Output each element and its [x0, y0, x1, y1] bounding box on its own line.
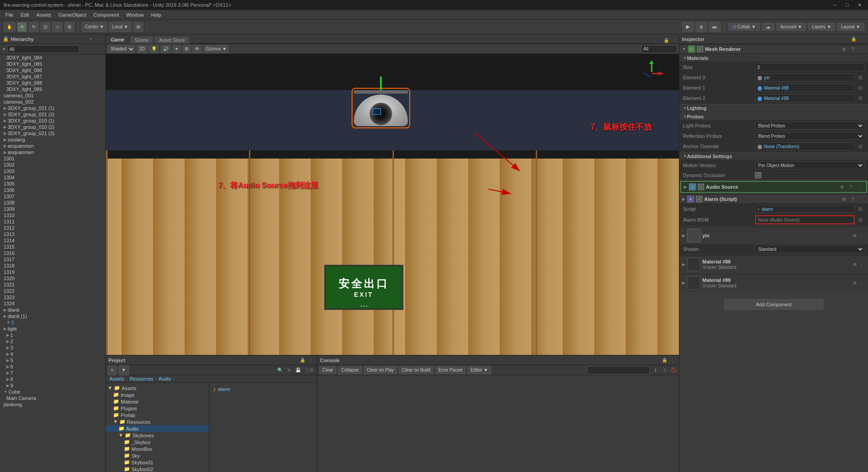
mesh-renderer-help-icon[interactable]: ? [849, 45, 856, 53]
menu-component[interactable]: Component [90, 11, 122, 18]
alarm-bgm-field[interactable]: None (Audio Source) [755, 215, 854, 224]
lighting-toggle[interactable]: 💡 [149, 45, 159, 53]
project-refresh-btn[interactable]: ↻ [285, 367, 293, 374]
tab-asset-store[interactable]: Asset Store [154, 36, 190, 44]
additional-settings-header[interactable]: ▼ Additional Settings [679, 153, 868, 160]
list-item[interactable]: 1303 [0, 168, 105, 174]
mesh-renderer-expand-icon[interactable]: ▼ [682, 47, 686, 51]
inspector-menu-btn[interactable]: ⋮ [858, 36, 865, 43]
list-item[interactable]: ▶dianti [0, 307, 105, 313]
hierarchy-search-input[interactable] [7, 45, 79, 53]
list-item[interactable]: ▶anquanmen [0, 149, 105, 155]
alarm-script-header[interactable]: ▶ # ✓ Alarm (Script) ⚙ ? ⋮ [679, 194, 868, 204]
console-clear-btn[interactable]: Clear [319, 366, 336, 374]
close-btn[interactable]: ✕ [855, 2, 864, 8]
list-item[interactable]: 1305 [0, 181, 105, 187]
list-item[interactable]: 1306 [0, 187, 105, 193]
yin-context-icon[interactable]: ⋮ [858, 232, 865, 239]
audio-source-header[interactable]: ▶ ♪ ✓ Audio Source ⚙ ? ⋮ [681, 182, 866, 192]
alarm-script-context-icon[interactable]: ⋮ [858, 195, 865, 203]
scene-viewport[interactable]: 安全出口 EXIT [106, 54, 679, 355]
tree-prefab[interactable]: 📁 Prefab [106, 412, 209, 418]
console-error-pause-btn[interactable]: Error Pause [435, 366, 466, 374]
hierarchy-dropdown-arrow[interactable]: ▼ [2, 47, 6, 52]
tab-scene[interactable]: Scene [130, 36, 154, 44]
console-clear-build-btn[interactable]: Clear on Build [399, 366, 434, 374]
audio-source-context-icon[interactable]: ⋮ [856, 183, 863, 191]
tree-skybox[interactable]: 📁 _Skybox [106, 439, 209, 445]
list-item[interactable]: 1308 [0, 200, 105, 206]
console-search-input[interactable] [587, 366, 650, 374]
element2-ref[interactable]: ⬤ Material #89 [755, 94, 854, 102]
project-add-folder-btn[interactable]: ▼ [118, 365, 129, 375]
lighting-foldout-header[interactable]: ▼ Lighting [679, 104, 868, 112]
probes-expand-icon[interactable]: ▼ [683, 114, 687, 119]
tree-moonbox[interactable]: 📁 MoonBox [106, 445, 209, 452]
materials-foldout-header[interactable]: ▼ Materials [679, 54, 868, 62]
hidden-objects-toggle[interactable]: 👁 [193, 45, 202, 53]
alarm-script-select-btn[interactable]: ⊙ [856, 205, 864, 213]
list-item[interactable]: ▶6 [0, 363, 105, 370]
list-item[interactable]: 3DXY_light_085 [0, 61, 105, 67]
tree-skyboxes[interactable]: ▼ 📁 Skyboxes [106, 432, 209, 439]
yin-shader-select[interactable]: Standard [755, 245, 864, 253]
additional-settings-expand-icon[interactable]: ▼ [683, 154, 687, 159]
element2-select-btn[interactable]: ⊙ [856, 94, 864, 102]
project-menu-btn[interactable]: ⋮ [307, 357, 314, 364]
list-item[interactable]: 1321 [0, 281, 105, 288]
breadcrumb-audio[interactable]: Audio [158, 376, 171, 381]
audio-source-expand-icon[interactable]: ▶ [684, 185, 687, 189]
list-item[interactable]: ▶5 [0, 357, 105, 363]
material88-settings-icon[interactable]: ⚙ [851, 261, 858, 268]
list-item[interactable]: 1319 [0, 269, 105, 275]
list-item[interactable]: cameras_001 [0, 92, 105, 99]
list-item[interactable]: ▶3DXY_group_010 (2) [0, 124, 105, 130]
material88-expand-icon[interactable]: ▶ [682, 262, 685, 267]
window-controls[interactable]: ─ □ ✕ [831, 2, 864, 8]
list-item[interactable]: ▶4 [0, 351, 105, 357]
2d-toggle[interactable]: 2D [137, 45, 147, 53]
reflection-probes-select[interactable]: Blend Probes [755, 132, 864, 140]
project-save-btn[interactable]: 💾 [294, 367, 302, 374]
list-item[interactable]: ▶anquanmen [0, 143, 105, 149]
light-probes-select[interactable]: Blend Probes [755, 122, 864, 130]
list-item[interactable]: ▶2 [0, 338, 105, 345]
size-input[interactable] [755, 63, 864, 71]
tool-scale[interactable]: ⊡ [41, 22, 50, 32]
list-item[interactable]: 1309 [0, 206, 105, 212]
hierarchy-add-btn[interactable]: + [87, 36, 95, 43]
tool-custom[interactable]: ⊞ [64, 22, 74, 32]
anchor-select-btn[interactable]: ⊙ [856, 142, 864, 150]
list-item[interactable]: 1302 [0, 162, 105, 168]
maximize-btn[interactable]: □ [843, 2, 851, 8]
cloud-btn[interactable]: ☁ [762, 23, 774, 31]
effects-toggle[interactable]: ⚙ [182, 45, 191, 53]
file-alarm[interactable]: ♪ alarm [211, 385, 315, 394]
console-collapse-btn[interactable]: Collapse [338, 366, 362, 374]
audio-source-help-icon[interactable]: ? [847, 183, 854, 191]
lighting-expand-icon[interactable]: ▼ [683, 106, 687, 110]
list-item[interactable]: ▶8 [0, 376, 105, 382]
console-warn-icon[interactable]: ⚠ [661, 367, 668, 374]
alarm-script-checkbox[interactable]: ✓ [696, 196, 702, 202]
grid-btn[interactable]: ⊞ [133, 22, 143, 32]
menu-assets[interactable]: Assets [33, 11, 55, 18]
breadcrumb-resources[interactable]: Resources [130, 376, 154, 381]
gizmos-btn[interactable]: Gizmos ▼ [203, 45, 229, 53]
list-item[interactable]: 1320 [0, 275, 105, 281]
list-item[interactable]: 1317 [0, 256, 105, 263]
menu-help[interactable]: Help [147, 11, 165, 18]
inspector-lock-icon[interactable]: 🔒 [850, 36, 857, 43]
list-item[interactable]: ▶3 [0, 345, 105, 351]
project-search-btn[interactable]: 🔍 [276, 367, 284, 374]
tree-skybox01[interactable]: 📁 Skybox01 [106, 459, 209, 466]
alarm-script-script-ref[interactable]: + alarm [755, 205, 854, 213]
menu-window[interactable]: Window [122, 11, 147, 18]
list-item[interactable]: 3DXY_light_086 [0, 67, 105, 73]
list-item[interactable]: ▶9 [0, 382, 105, 389]
material89-context-icon[interactable]: ⋮ [858, 279, 865, 286]
element0-ref[interactable]: ⬤ yin [755, 73, 854, 82]
material88-context-icon[interactable]: ⋮ [858, 261, 865, 268]
hierarchy-lock-icon[interactable]: 🔒 [3, 36, 9, 42]
list-item[interactable]: 1318 [0, 263, 105, 269]
